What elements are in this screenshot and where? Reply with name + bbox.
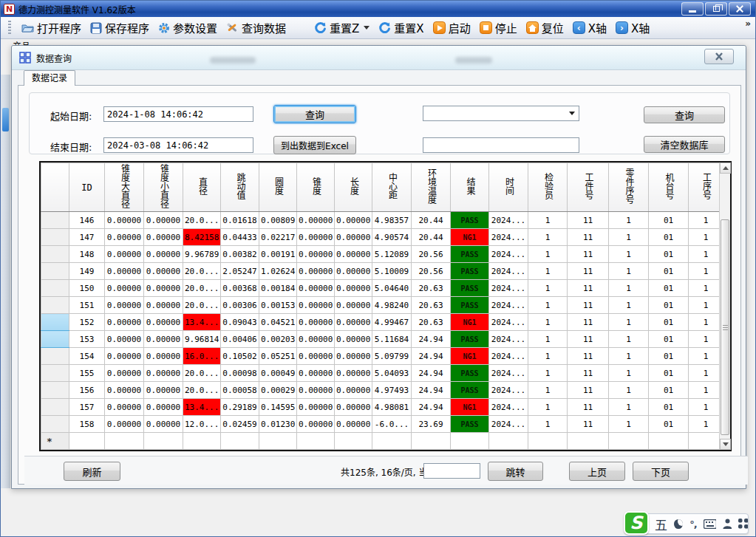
table-cell[interactable]: 0.00000: [297, 331, 335, 348]
table-cell[interactable]: 0.00000: [335, 348, 372, 365]
table-cell[interactable]: 01: [649, 263, 689, 280]
table-cell[interactable]: 0.00000: [144, 399, 183, 416]
table-cell[interactable]: 0.00000: [144, 297, 183, 314]
table-cell[interactable]: 2024...: [489, 229, 528, 246]
table-cell[interactable]: 1: [528, 229, 568, 246]
table-row-header[interactable]: [41, 382, 69, 399]
table-cell[interactable]: 4.98357: [372, 212, 412, 229]
table-cell[interactable]: 2024...: [489, 399, 528, 416]
table-cell[interactable]: 24.94: [412, 365, 451, 382]
table-cell[interactable]: 0.00000: [105, 331, 144, 348]
table-cell[interactable]: 0.00184: [259, 280, 297, 297]
table-cell[interactable]: 11: [568, 280, 609, 297]
table-cell[interactable]: 0.00049: [259, 365, 297, 382]
table-cell[interactable]: 01: [649, 212, 689, 229]
table-column-header[interactable]: 零件序号: [609, 163, 649, 212]
table-cell[interactable]: 152: [69, 314, 105, 331]
table-cell[interactable]: 0.00000: [297, 263, 335, 280]
table-cell[interactable]: 11: [568, 297, 609, 314]
table-cell[interactable]: 0.00191: [259, 246, 297, 263]
table-cell[interactable]: 0.00000: [297, 297, 335, 314]
table-cell[interactable]: 0.00000: [144, 263, 183, 280]
table-cell[interactable]: [183, 433, 221, 450]
table-cell[interactable]: 24.94: [412, 348, 451, 365]
table-cell[interactable]: 0.29189: [221, 399, 259, 416]
table-cell[interactable]: 0.10502: [221, 348, 259, 365]
table-cell[interactable]: 4.97493: [372, 382, 412, 399]
table-cell[interactable]: 1: [609, 297, 649, 314]
table-cell[interactable]: 24.94: [412, 399, 451, 416]
table-cell[interactable]: 0.00000: [297, 365, 335, 382]
table-cell[interactable]: [489, 433, 528, 450]
table-cell[interactable]: 0.00382: [221, 246, 259, 263]
table-cell[interactable]: 20.44: [412, 229, 451, 246]
table-column-header[interactable]: 长度: [335, 163, 372, 212]
table-cell[interactable]: [649, 433, 689, 450]
table-cell[interactable]: NG1: [451, 348, 489, 365]
query-button[interactable]: 查询: [273, 105, 356, 123]
table-cell[interactable]: 4.90574: [372, 229, 412, 246]
table-row-header[interactable]: [41, 331, 69, 348]
table-cell[interactable]: 0.00000: [144, 246, 183, 263]
table-cell[interactable]: 158: [69, 416, 105, 433]
person-icon[interactable]: [723, 519, 732, 529]
vertical-scrollbar[interactable]: [719, 163, 730, 450]
table-cell[interactable]: 11: [568, 416, 609, 433]
table-cell[interactable]: 0.00000: [105, 212, 144, 229]
table-cell[interactable]: 20.63: [412, 280, 451, 297]
table-cell[interactable]: 2024...: [489, 348, 528, 365]
table-cell[interactable]: 0.00000: [105, 399, 144, 416]
table-column-header[interactable]: 跳动值: [221, 163, 259, 212]
table-cell[interactable]: 01: [649, 297, 689, 314]
table-cell[interactable]: 23.69: [412, 416, 451, 433]
table-cell[interactable]: 1: [528, 263, 568, 280]
table-cell[interactable]: 01: [649, 331, 689, 348]
table-cell[interactable]: PASS: [451, 331, 489, 348]
table-cell[interactable]: 0.00000: [144, 382, 183, 399]
table-cell[interactable]: 1: [609, 416, 649, 433]
table-column-header[interactable]: 锥度小直径: [144, 163, 183, 212]
chevron-down-icon[interactable]: [364, 26, 370, 30]
table-cell[interactable]: 1: [528, 348, 568, 365]
table-cell[interactable]: 01: [649, 314, 689, 331]
table-cell[interactable]: 1: [609, 263, 649, 280]
table-cell[interactable]: 20.0...: [183, 382, 221, 399]
table-cell[interactable]: 0.00000: [335, 382, 372, 399]
table-cell[interactable]: 0.00000: [335, 297, 372, 314]
table-cell[interactable]: 148: [69, 246, 105, 263]
table-cell[interactable]: [609, 433, 649, 450]
table-cell[interactable]: 1: [689, 365, 723, 382]
table-cell[interactable]: 0.00000: [105, 297, 144, 314]
table-cell[interactable]: 155: [69, 365, 105, 382]
dialog-close-button[interactable]: [704, 49, 734, 64]
table-cell[interactable]: [69, 433, 105, 450]
table-cell[interactable]: 0.00000: [105, 382, 144, 399]
punctuation-icon[interactable]: °,: [689, 519, 696, 530]
table-cell[interactable]: 11: [568, 348, 609, 365]
table-cell[interactable]: -6.0...: [372, 416, 412, 433]
table-cell[interactable]: 11: [568, 382, 609, 399]
table-cell[interactable]: 0.00000: [335, 365, 372, 382]
table-column-header[interactable]: ID: [69, 163, 105, 212]
table-cell[interactable]: 2.05247: [221, 263, 259, 280]
table-row-header[interactable]: [41, 314, 69, 331]
table-cell[interactable]: 1: [689, 280, 723, 297]
maximize-button[interactable]: [705, 2, 727, 16]
table-cell[interactable]: 0.05251: [259, 348, 297, 365]
table-cell[interactable]: 2024...: [489, 263, 528, 280]
table-cell[interactable]: 01: [649, 365, 689, 382]
prev-page-button[interactable]: 上页: [569, 462, 625, 481]
query-right-button[interactable]: 查询: [644, 106, 725, 123]
table-cell[interactable]: 1.02624: [259, 263, 297, 280]
filter-input[interactable]: [423, 137, 579, 153]
table-cell[interactable]: 11: [568, 314, 609, 331]
table-cell[interactable]: 0.00098: [221, 365, 259, 382]
table-cell[interactable]: 0.00000: [297, 229, 335, 246]
table-cell[interactable]: 0.00000: [297, 314, 335, 331]
table-column-header[interactable]: 工件号: [568, 163, 609, 212]
table-cell[interactable]: 0.01230: [259, 416, 297, 433]
table-cell[interactable]: 5.09799: [372, 348, 412, 365]
start-button[interactable]: 启动: [429, 18, 475, 37]
table-cell[interactable]: 1: [689, 348, 723, 365]
table-cell[interactable]: 0.00000: [105, 365, 144, 382]
